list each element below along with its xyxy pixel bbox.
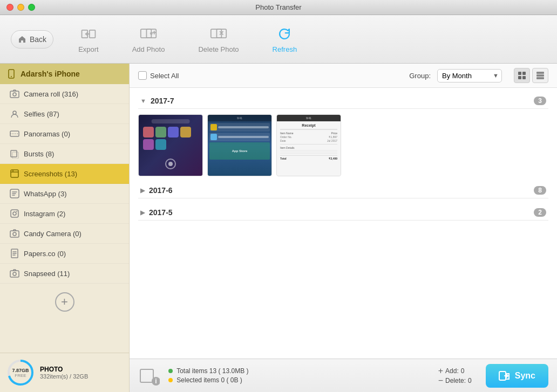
month-group-2017-7: ▼ 2017-7 3 (138, 93, 548, 176)
snapseed-icon (10, 269, 19, 278)
svg-point-24 (13, 272, 16, 276)
camera-icon (10, 89, 19, 99)
refresh-button[interactable]: Refresh (264, 21, 306, 58)
group-select[interactable]: By Month By Day By Year (437, 69, 502, 82)
operation-counts: + Add: 0 − Delete: 0 (438, 367, 472, 385)
delete-photo-label: Delete Photo (198, 45, 239, 53)
content-area: Select All Group: By Month By Day By Yea… (130, 64, 557, 392)
yellow-dot (168, 378, 173, 382)
collapse-arrow-2017-7: ▼ (140, 98, 146, 104)
minimize-button[interactable] (17, 4, 24, 11)
status-bar: i Total items 13 ( 13.0MB ) Selected ite… (130, 359, 557, 392)
grid-icon (518, 71, 526, 80)
checkbox-input[interactable] (138, 71, 147, 80)
month-label-2017-6: 2017-6 (149, 186, 173, 195)
add-photo-icon (140, 25, 157, 43)
svg-point-19 (16, 211, 17, 212)
svg-rect-15 (11, 170, 18, 177)
add-label: Add: (445, 367, 459, 375)
burst-icon (10, 149, 19, 159)
svg-rect-29 (518, 76, 521, 79)
status-icon-area: i (138, 365, 160, 387)
expand-arrow-2017-5: ▶ (140, 209, 145, 216)
svg-rect-28 (522, 72, 526, 75)
month-group-2017-5: ▶ 2017-5 2 (138, 205, 548, 221)
svg-rect-5 (211, 29, 222, 38)
sync-label: Sync (515, 371, 535, 381)
list-icon (536, 71, 545, 80)
camera-roll-label: Camera roll (316) (24, 90, 78, 98)
month-header-2017-7[interactable]: ▼ 2017-7 3 (138, 93, 548, 109)
sidebar-item-candy-camera[interactable]: Candy Camera (0) (0, 224, 129, 244)
svg-point-10 (13, 93, 16, 96)
storage-circle: 7.87GB FREE (6, 359, 35, 387)
svg-rect-23 (10, 271, 19, 277)
photo-grid-2017-7: 9:41 (138, 114, 548, 176)
svg-rect-32 (536, 74, 544, 77)
status-icon: i (138, 365, 160, 387)
photo-thumb-1[interactable] (138, 114, 203, 176)
selfies-label: Selfies (87) (24, 110, 59, 118)
window-title: Photo Transfer (255, 3, 301, 11)
sidebar-item-panoramas[interactable]: Panoramas (0) (0, 124, 129, 144)
svg-point-18 (13, 212, 16, 215)
sidebar-item-papers-co[interactable]: Papers.co (0) (0, 244, 129, 264)
grid-view-button[interactable] (514, 68, 530, 83)
svg-rect-27 (518, 72, 521, 75)
delete-photo-button[interactable]: Delete Photo (189, 21, 247, 58)
back-button[interactable]: Back (11, 30, 53, 49)
sidebar-item-whatsapp[interactable]: WhatsApp (3) (0, 184, 129, 204)
export-button[interactable]: Export (70, 21, 107, 58)
svg-rect-33 (536, 77, 544, 79)
svg-text:i: i (155, 377, 157, 385)
select-all-checkbox[interactable]: Select All (138, 71, 179, 80)
svg-rect-30 (522, 76, 526, 79)
export-label: Export (78, 45, 99, 53)
selfie-icon (10, 109, 19, 119)
sync-icon (499, 370, 511, 382)
screenshots-label: Screenshots (13) (24, 170, 77, 178)
photo-thumb-2[interactable]: 9:41 (207, 114, 272, 176)
month-header-2017-5[interactable]: ▶ 2017-5 2 (138, 205, 548, 221)
add-photo-button[interactable]: Add Photo (124, 21, 174, 58)
panorama-icon (10, 129, 19, 139)
bursts-label: Bursts (8) (24, 150, 54, 158)
storage-gb: 7.87GB (12, 368, 29, 373)
svg-rect-9 (10, 91, 19, 98)
screenshot-icon (10, 169, 19, 178)
sidebar-item-selfies[interactable]: Selfies (87) (0, 104, 129, 124)
svg-point-11 (13, 111, 16, 114)
device-icon (6, 69, 16, 79)
view-toggle (514, 68, 548, 83)
sidebar-item-screenshots[interactable]: Screenshots (13) (0, 164, 129, 184)
svg-rect-2 (141, 29, 152, 38)
green-dot (168, 369, 173, 373)
list-view-button[interactable] (532, 68, 548, 83)
svg-rect-31 (536, 72, 544, 74)
select-all-label: Select All (150, 72, 179, 80)
month-count-2017-5: 2 (534, 208, 546, 217)
sidebar-item-camera-roll[interactable]: Camera roll (316) (0, 84, 129, 104)
title-bar: Photo Transfer (0, 0, 557, 15)
svg-point-8 (11, 76, 12, 77)
month-label-2017-7: 2017-7 (151, 97, 174, 105)
photo-label: PHOTO (40, 366, 88, 373)
month-header-2017-6[interactable]: ▶ 2017-6 8 (138, 183, 548, 198)
maximize-button[interactable] (28, 4, 35, 11)
sidebar: Adarsh's iPhone Camera roll (316) Selfie… (0, 64, 130, 392)
sync-button[interactable]: Sync (486, 364, 548, 388)
photo-thumb-3[interactable]: 9:41 Receipt Item Name Price (276, 114, 341, 176)
sidebar-item-bursts[interactable]: Bursts (8) (0, 144, 129, 164)
add-album-button[interactable]: + (55, 292, 74, 312)
sidebar-item-instagram[interactable]: Instagram (2) (0, 204, 129, 224)
refresh-label: Refresh (273, 45, 297, 53)
month-count-2017-7: 3 (534, 97, 546, 105)
sidebar-footer: 7.87GB FREE PHOTO 332item(s) / 32GB (0, 353, 129, 392)
whatsapp-icon (10, 189, 19, 198)
close-button[interactable] (6, 4, 13, 11)
app-container: Back Export Add Photo (0, 15, 557, 392)
svg-point-21 (13, 232, 16, 236)
sidebar-item-snapseed[interactable]: Snapseed (11) (0, 264, 129, 284)
items-label: 332item(s) / 32GB (40, 373, 88, 380)
svg-rect-0 (81, 30, 87, 37)
